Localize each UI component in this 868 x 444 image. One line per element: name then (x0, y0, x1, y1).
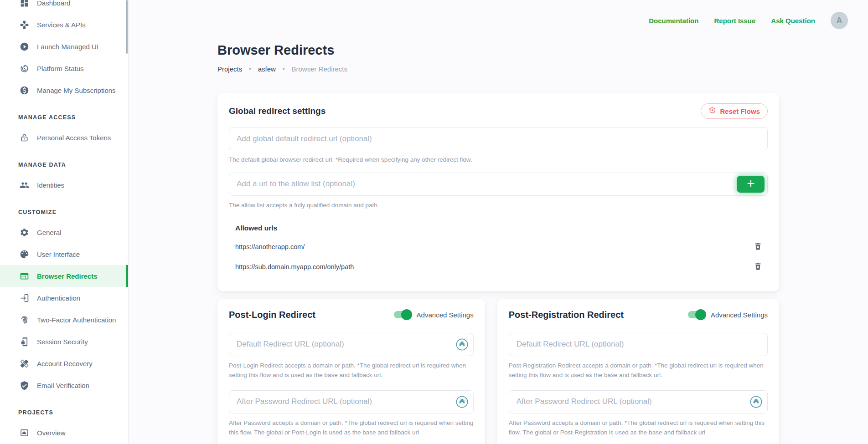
allow-list-help: The allow list accepts a fully qualified… (229, 201, 768, 210)
plus-icon (746, 179, 756, 190)
sidebar: DashboardServices & APIsLaunch Managed U… (0, 0, 129, 444)
people-icon (19, 180, 29, 190)
sidebar-item-overview[interactable]: Overview (0, 422, 128, 444)
dashboard-icon (19, 0, 29, 8)
sidebar-item-browser-redirects[interactable]: Browser Redirects (0, 265, 128, 287)
status-radar-icon (19, 63, 29, 73)
image-cloud-icon (19, 428, 29, 438)
allowed-url-text: https://anotherapp.com/ (235, 243, 305, 250)
add-allow-url-button[interactable] (737, 176, 765, 193)
sidebar-section-header-projects: PROJECTS (0, 403, 128, 422)
sidebar-item-label: Dashboard (37, 0, 70, 7)
nav-link-documentation[interactable]: Documentation (649, 17, 698, 25)
palette-icon (19, 249, 29, 259)
sidebar-section-header-customize: CUSTOMIZE (0, 203, 128, 221)
global-redirect-settings-card: Global redirect settings Reset Flows The… (217, 93, 779, 291)
avatar[interactable]: A (831, 12, 848, 29)
sidebar-item-label: Two-Factor Authentication (37, 316, 116, 324)
toggle-knob (695, 309, 706, 320)
reset-flows-button[interactable]: Reset Flows (701, 103, 768, 119)
password-extension-icon (456, 338, 468, 351)
flow-input-wrap (509, 333, 768, 356)
breadcrumb-item-projects[interactable]: Projects (217, 65, 242, 73)
sidebar-item-label: Launch Managed UI (37, 43, 98, 51)
nav-link-ask-question[interactable]: Ask Question (771, 17, 815, 25)
sidebar-item-personal-access-tokens[interactable]: Personal Access Tokens (0, 127, 128, 148)
flow-url-input[interactable] (509, 390, 768, 413)
sidebar-item-label: Browser Redirects (37, 272, 98, 280)
sidebar-item-label: User Interface (37, 250, 80, 258)
sidebar-item-label: Overview (37, 429, 66, 437)
allowed-url-row: https://sub.domain.myapp.com/only/path (235, 261, 768, 272)
browser-window-icon (19, 271, 29, 281)
login-icon (19, 293, 29, 303)
advanced-settings-toggle-group: Advanced Settings (688, 311, 768, 319)
sidebar-item-label: Services & APIs (37, 21, 86, 29)
advanced-settings-label: Advanced Settings (417, 311, 474, 319)
allow-list-url-input[interactable] (229, 173, 768, 196)
sidebar-item-identities[interactable]: Identities (0, 174, 128, 196)
top-nav: DocumentationReport IssueAsk QuestionA (129, 0, 868, 29)
flow-input-help: After Password accepts a domain or path.… (509, 418, 768, 438)
global-default-url-help: The default global browser redirect url.… (229, 155, 768, 165)
bandage-icon (19, 358, 29, 368)
trash-icon (754, 242, 762, 252)
flow-input-help: After Password accepts a domain or path.… (229, 418, 474, 438)
breadcrumb-separator: • (249, 66, 251, 72)
global-default-url-wrap (229, 127, 768, 150)
allowed-urls-block: Allowed urls https://anotherapp.com/http… (229, 224, 768, 272)
sidebar-item-authentication[interactable]: Authentication (0, 287, 128, 309)
breadcrumb-item-asfew[interactable]: asfew (258, 65, 276, 73)
sidebar-item-label: Session Security (37, 338, 88, 346)
flow-card-title: Post-Registration Redirect (509, 310, 624, 320)
breadcrumb-separator: • (283, 66, 285, 72)
sidebar-item-dashboard[interactable]: Dashboard (0, 0, 128, 14)
sidebar-item-session-security[interactable]: Session Security (0, 331, 128, 352)
sidebar-item-launch-managed-ui[interactable]: Launch Managed UI (0, 36, 128, 57)
play-circle-icon (19, 41, 29, 51)
advanced-settings-toggle[interactable] (394, 311, 411, 318)
toggle-knob (401, 309, 412, 320)
nav-link-report-issue[interactable]: Report Issue (714, 17, 755, 25)
flow-input-wrap (229, 390, 474, 413)
flow-card-header: Post-Registration RedirectAdvanced Setti… (509, 310, 768, 320)
shield-check-icon (19, 380, 29, 390)
sidebar-item-platform-status[interactable]: Platform Status (0, 57, 128, 79)
content: Browser Redirects Projects•asfew•Browser… (217, 43, 779, 444)
sidebar-item-general[interactable]: General (0, 221, 128, 243)
sidebar-item-user-interface[interactable]: User Interface (0, 243, 128, 265)
flow-card-title: Post-Login Redirect (229, 310, 315, 320)
delete-url-button[interactable] (754, 242, 762, 252)
flow-input-help: Post-Registration Redirect accepts a dom… (509, 361, 768, 380)
sidebar-item-manage-my-subscriptions[interactable]: Manage My Subscriptions (0, 79, 128, 101)
sidebar-item-services-apis[interactable]: Services & APIs (0, 14, 128, 36)
flow-input-wrap (509, 390, 768, 413)
flow-url-input[interactable] (509, 333, 768, 356)
global-default-url-input[interactable] (229, 127, 768, 150)
flow-cards-row: Post-Login RedirectAdvanced SettingsPost… (217, 299, 779, 444)
lock-icon (19, 133, 29, 143)
sidebar-item-account-recovery[interactable]: Account Recovery (0, 352, 128, 374)
delete-url-button[interactable] (754, 262, 762, 272)
flow-url-input[interactable] (229, 333, 474, 356)
sidebar-item-label: Manage My Subscriptions (37, 87, 116, 94)
flow-url-input[interactable] (229, 390, 474, 413)
allowed-url-text: https://sub.domain.myapp.com/only/path (235, 263, 354, 270)
allowed-urls-title: Allowed urls (235, 224, 768, 232)
advanced-settings-toggle[interactable] (688, 311, 705, 318)
sidebar-item-label: Email Verification (37, 382, 89, 389)
sidebar-item-label: General (37, 229, 61, 236)
sidebar-item-email-verification[interactable]: Email Verification (0, 374, 128, 396)
sidebar-section-header-manage-access: MANAGE ACCESS (0, 108, 128, 127)
sidebar-item-label: Personal Access Tokens (37, 134, 111, 142)
sidebar-item-label: Identities (37, 181, 64, 189)
breadcrumb-item-browser-redirects: Browser Redirects (292, 65, 348, 73)
sidebar-item-two-factor-authentication[interactable]: Two-Factor Authentication (0, 309, 128, 331)
reset-flows-label: Reset Flows (720, 107, 760, 115)
flow-card-header: Post-Login RedirectAdvanced Settings (229, 310, 474, 320)
global-card-header: Global redirect settings Reset Flows (229, 103, 768, 119)
password-extension-icon (456, 396, 468, 408)
dollar-circle-icon (19, 85, 29, 95)
sidebar-scrollbar-thumb[interactable] (126, 0, 128, 54)
trash-icon (754, 262, 762, 272)
